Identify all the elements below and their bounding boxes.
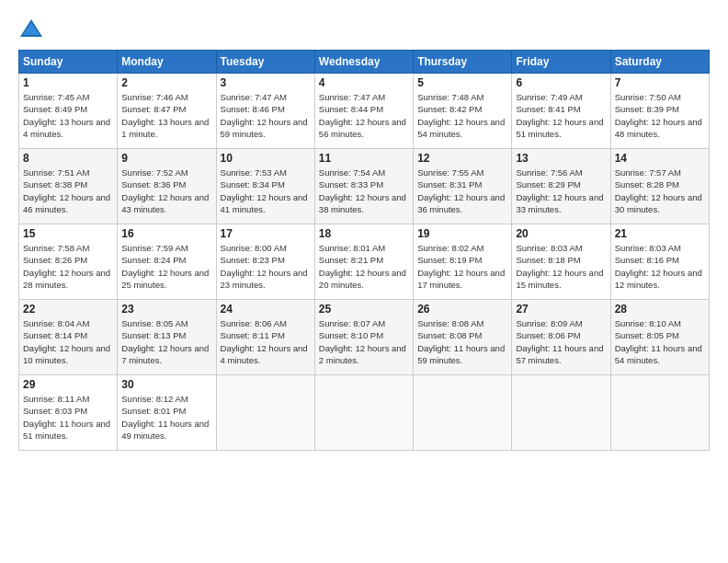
calendar-cell: 8Sunrise: 7:51 AMSunset: 8:38 PMDaylight…	[19, 149, 118, 224]
day-number: 6	[516, 76, 606, 89]
day-info: Sunrise: 8:03 AMSunset: 8:16 PMDaylight:…	[615, 242, 705, 291]
calendar-cell: 3Sunrise: 7:47 AMSunset: 8:46 PMDaylight…	[216, 74, 314, 149]
calendar-cell	[610, 375, 709, 451]
day-info: Sunrise: 7:52 AMSunset: 8:36 PMDaylight:…	[121, 167, 211, 215]
day-number: 21	[615, 227, 705, 240]
header-area	[18, 17, 710, 42]
day-number: 14	[615, 152, 705, 165]
calendar-table: SundayMondayTuesdayWednesdayThursdayFrid…	[18, 50, 710, 451]
day-info: Sunrise: 7:47 AMSunset: 8:44 PMDaylight:…	[319, 91, 409, 140]
calendar-cell: 19Sunrise: 8:02 AMSunset: 8:19 PMDayligh…	[414, 224, 512, 300]
calendar-cell: 5Sunrise: 7:48 AMSunset: 8:42 PMDaylight…	[414, 74, 512, 149]
day-info: Sunrise: 8:01 AMSunset: 8:21 PMDaylight:…	[319, 242, 409, 291]
day-info: Sunrise: 7:58 AMSunset: 8:26 PMDaylight:…	[23, 242, 113, 291]
day-number: 15	[23, 227, 113, 240]
calendar-week-row: 1Sunrise: 7:45 AMSunset: 8:49 PMDaylight…	[19, 74, 710, 149]
calendar-header-row: SundayMondayTuesdayWednesdayThursdayFrid…	[19, 51, 710, 74]
day-number: 1	[23, 76, 113, 89]
day-number: 13	[516, 152, 606, 165]
calendar-cell: 18Sunrise: 8:01 AMSunset: 8:21 PMDayligh…	[314, 224, 413, 300]
day-info: Sunrise: 7:49 AMSunset: 8:41 PMDaylight:…	[516, 91, 606, 140]
day-number: 27	[516, 303, 606, 316]
day-number: 17	[221, 227, 311, 240]
day-number: 16	[121, 227, 211, 240]
day-number: 9	[121, 152, 211, 165]
day-info: Sunrise: 8:10 AMSunset: 8:05 PMDaylight:…	[615, 317, 705, 366]
day-info: Sunrise: 8:08 AMSunset: 8:08 PMDaylight:…	[417, 317, 507, 366]
calendar-header-friday: Friday	[512, 51, 610, 74]
calendar-cell: 28Sunrise: 8:10 AMSunset: 8:05 PMDayligh…	[610, 300, 709, 375]
day-info: Sunrise: 7:46 AMSunset: 8:47 PMDaylight:…	[121, 91, 211, 140]
calendar-cell: 27Sunrise: 8:09 AMSunset: 8:06 PMDayligh…	[512, 300, 610, 375]
day-number: 3	[221, 76, 311, 89]
calendar-cell: 4Sunrise: 7:47 AMSunset: 8:44 PMDaylight…	[314, 74, 413, 149]
day-number: 10	[221, 152, 311, 165]
day-number: 26	[417, 303, 507, 316]
day-info: Sunrise: 7:48 AMSunset: 8:42 PMDaylight:…	[417, 91, 507, 140]
calendar-header-thursday: Thursday	[414, 51, 512, 74]
calendar-cell: 9Sunrise: 7:52 AMSunset: 8:36 PMDaylight…	[118, 149, 216, 224]
calendar-cell: 13Sunrise: 7:56 AMSunset: 8:29 PMDayligh…	[512, 149, 610, 224]
day-number: 24	[221, 303, 311, 316]
day-info: Sunrise: 8:09 AMSunset: 8:06 PMDaylight:…	[516, 317, 606, 366]
logo	[18, 17, 48, 42]
calendar-cell: 23Sunrise: 8:05 AMSunset: 8:13 PMDayligh…	[118, 300, 216, 375]
calendar-cell: 17Sunrise: 8:00 AMSunset: 8:23 PMDayligh…	[216, 224, 314, 300]
day-info: Sunrise: 8:03 AMSunset: 8:18 PMDaylight:…	[516, 242, 606, 291]
day-info: Sunrise: 8:04 AMSunset: 8:14 PMDaylight:…	[23, 317, 113, 366]
day-number: 8	[23, 152, 113, 165]
day-info: Sunrise: 7:45 AMSunset: 8:49 PMDaylight:…	[23, 91, 113, 140]
calendar-cell: 22Sunrise: 8:04 AMSunset: 8:14 PMDayligh…	[19, 300, 118, 375]
day-number: 18	[319, 227, 409, 240]
day-number: 11	[319, 152, 409, 165]
day-number: 12	[417, 152, 507, 165]
calendar-header-tuesday: Tuesday	[216, 51, 314, 74]
calendar-cell: 29Sunrise: 8:11 AMSunset: 8:03 PMDayligh…	[19, 375, 118, 451]
day-info: Sunrise: 8:11 AMSunset: 8:03 PMDaylight:…	[23, 393, 113, 442]
day-info: Sunrise: 7:47 AMSunset: 8:46 PMDaylight:…	[221, 91, 311, 140]
day-info: Sunrise: 8:02 AMSunset: 8:19 PMDaylight:…	[417, 242, 507, 291]
calendar-cell: 16Sunrise: 7:59 AMSunset: 8:24 PMDayligh…	[118, 224, 216, 300]
day-info: Sunrise: 8:12 AMSunset: 8:01 PMDaylight:…	[121, 393, 211, 442]
calendar-week-row: 15Sunrise: 7:58 AMSunset: 8:26 PMDayligh…	[19, 224, 710, 300]
calendar-header-monday: Monday	[118, 51, 216, 74]
day-number: 30	[121, 378, 211, 391]
calendar-cell: 24Sunrise: 8:06 AMSunset: 8:11 PMDayligh…	[216, 300, 314, 375]
calendar-cell	[216, 375, 314, 451]
calendar-cell: 26Sunrise: 8:08 AMSunset: 8:08 PMDayligh…	[414, 300, 512, 375]
day-info: Sunrise: 7:56 AMSunset: 8:29 PMDaylight:…	[516, 167, 606, 215]
calendar-cell: 25Sunrise: 8:07 AMSunset: 8:10 PMDayligh…	[314, 300, 413, 375]
day-number: 19	[417, 227, 507, 240]
calendar-week-row: 8Sunrise: 7:51 AMSunset: 8:38 PMDaylight…	[19, 149, 710, 224]
day-info: Sunrise: 7:53 AMSunset: 8:34 PMDaylight:…	[221, 167, 311, 215]
calendar-week-row: 22Sunrise: 8:04 AMSunset: 8:14 PMDayligh…	[19, 300, 710, 375]
page: SundayMondayTuesdayWednesdayThursdayFrid…	[0, 0, 728, 460]
calendar-body: 1Sunrise: 7:45 AMSunset: 8:49 PMDaylight…	[19, 74, 710, 451]
day-number: 29	[23, 378, 113, 391]
day-info: Sunrise: 7:51 AMSunset: 8:38 PMDaylight:…	[23, 167, 113, 215]
day-number: 28	[615, 303, 705, 316]
calendar-header-wednesday: Wednesday	[314, 51, 413, 74]
day-info: Sunrise: 7:55 AMSunset: 8:31 PMDaylight:…	[417, 167, 507, 215]
calendar-cell: 20Sunrise: 8:03 AMSunset: 8:18 PMDayligh…	[512, 224, 610, 300]
day-number: 2	[121, 76, 211, 89]
day-info: Sunrise: 7:57 AMSunset: 8:28 PMDaylight:…	[615, 167, 705, 215]
day-number: 5	[417, 76, 507, 89]
day-info: Sunrise: 8:05 AMSunset: 8:13 PMDaylight:…	[121, 317, 211, 366]
calendar-cell	[414, 375, 512, 451]
day-number: 4	[319, 76, 409, 89]
calendar-cell: 2Sunrise: 7:46 AMSunset: 8:47 PMDaylight…	[118, 74, 216, 149]
calendar-cell: 1Sunrise: 7:45 AMSunset: 8:49 PMDaylight…	[19, 74, 118, 149]
day-info: Sunrise: 7:50 AMSunset: 8:39 PMDaylight:…	[615, 91, 705, 140]
day-info: Sunrise: 8:07 AMSunset: 8:10 PMDaylight:…	[319, 317, 409, 366]
day-info: Sunrise: 7:54 AMSunset: 8:33 PMDaylight:…	[319, 167, 409, 215]
logo-icon	[18, 17, 44, 42]
day-number: 7	[615, 76, 705, 89]
calendar-header-sunday: Sunday	[19, 51, 118, 74]
calendar-cell: 10Sunrise: 7:53 AMSunset: 8:34 PMDayligh…	[216, 149, 314, 224]
calendar-cell: 7Sunrise: 7:50 AMSunset: 8:39 PMDaylight…	[610, 74, 709, 149]
day-number: 23	[121, 303, 211, 316]
calendar-cell: 15Sunrise: 7:58 AMSunset: 8:26 PMDayligh…	[19, 224, 118, 300]
day-info: Sunrise: 8:00 AMSunset: 8:23 PMDaylight:…	[221, 242, 311, 291]
day-number: 25	[319, 303, 409, 316]
